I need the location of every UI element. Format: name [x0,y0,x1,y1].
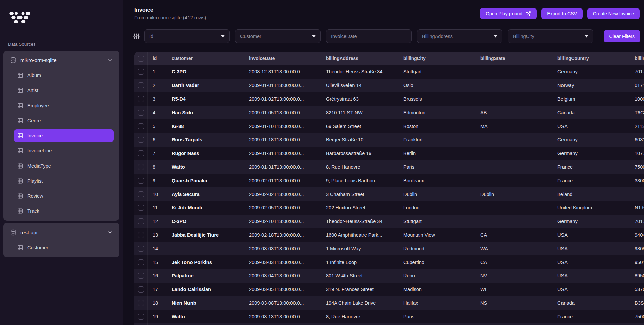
table-row[interactable]: 15Jek Tono Porkins2009-03-03T13:00:00.0.… [134,255,644,269]
table-row[interactable]: 16Palpatine2009-03-04T13:00:00.0...801 W… [134,269,644,283]
row-checkbox[interactable] [138,286,144,292]
table-row[interactable]: 13Jabba Desilijic Tiure2009-02-18T13:00:… [134,228,644,242]
export-to-csv-button[interactable]: Export to CSV [541,8,583,19]
row-checkbox[interactable] [138,123,144,129]
sidebar-item-playlist[interactable]: Playlist [14,175,114,187]
row-checkbox[interactable] [138,178,144,184]
sidebar-item-employee[interactable]: Employee [14,99,114,112]
filter-sliders-icon[interactable] [133,33,140,40]
cell-id: 1 [148,69,167,74]
table-row[interactable]: 18Nien Nunb2009-03-08T13:00:00.0...194A … [134,296,644,310]
cell-billingCity: Edmonton [398,110,475,115]
cell-billingCity: Stuttgart [398,69,475,74]
sidebar-item-mediatype[interactable]: MediaType [14,159,114,172]
filter-dropdown-id[interactable]: Id [144,29,230,43]
column-header-invoiceDate[interactable]: invoiceDate [244,56,321,61]
datasource-group-header[interactable]: rest-api [6,225,117,239]
cell-customer: R5-D4 [167,96,244,102]
table-row[interactable]: 2Darth Vader2009-01-01T13:00:00.0...Ulle… [134,79,644,92]
sidebar-item-review[interactable]: Review [14,190,114,202]
cell-id: 9 [148,178,167,183]
filter-dropdown-label: Customer [240,34,261,39]
cell-billingCity: Boston [398,124,475,129]
row-checkbox[interactable] [138,300,144,306]
row-checkbox[interactable] [138,259,144,265]
sidebar-item-label: Customer [27,245,48,250]
sidebar-item-invoiceline[interactable]: InvoiceLine [14,144,114,157]
cell-billingPostalCode: 0171 [630,83,644,88]
row-checkbox[interactable] [138,82,144,88]
column-header-billingPostalCode[interactable]: billingPostalCode [630,56,644,61]
row-checkbox[interactable] [138,191,144,197]
open-playground-button[interactable]: Open Playground [480,8,537,19]
table-row[interactable]: 9Quarsh Panaka2009-02-01T13:00:00.0...9,… [134,174,644,188]
row-checkbox[interactable] [138,273,144,279]
sidebar-item-artist[interactable]: Artist [14,84,114,97]
filter-input-invoicedate[interactable] [326,29,412,43]
filter-dropdown-customer[interactable]: Customer [235,29,321,43]
column-header-billingCity[interactable]: billingCity [398,56,475,61]
column-header-billingCountry[interactable]: billingCountry [552,56,630,61]
row-checkbox[interactable] [138,150,144,156]
cell-billingAddress: 801 W 4th Street [321,273,398,278]
filter-dropdown-billingaddress[interactable]: BillingAddress [417,29,502,43]
table-row[interactable]: 19Watto2009-03-13T13:00:00.0...8, Rue Ha… [134,310,644,324]
cell-id: 8 [148,164,167,170]
sidebar-item-album[interactable]: Album [14,69,114,82]
sidebar-item-label: Employee [27,103,49,108]
table-row[interactable]: 3R5-D42009-01-02T13:00:00.0...Grétrystra… [134,92,644,106]
table-icon [17,245,23,251]
table-row[interactable]: 8Watto2009-01-31T13:00:00.0...8, Rue Han… [134,160,644,174]
column-header-billingAddress[interactable]: billingAddress [321,56,398,61]
row-checkbox[interactable] [138,164,144,170]
table-row[interactable]: 142009-03-03T13:00:00.0...1 Microsoft Wa… [134,242,644,256]
cell-invoiceDate: 2009-03-03T13:00:00.0... [244,260,321,265]
cell-customer: C-3PO [167,219,244,224]
cell-invoiceDate: 2009-01-18T13:00:00.0... [244,137,321,142]
table-icon [17,178,23,184]
filter-dropdown-billingcity[interactable]: BillingCity [508,29,593,43]
cell-customer: Jek Tono Porkins [167,260,244,265]
row-checkbox[interactable] [138,137,144,143]
row-checkbox[interactable] [138,314,144,320]
table-row[interactable]: 1C-3PO2008-12-31T13:00:00.0...Theodor-He… [134,65,644,79]
table-row[interactable]: 6Roos Tarpals2009-01-18T13:00:00.0...Ber… [134,133,644,147]
clear-filters-button[interactable]: Clear Filters [604,30,640,42]
sidebar-item-genre[interactable]: Genre [14,114,114,127]
table-row[interactable]: 17Lando Calrissian2009-03-05T13:00:00.0.… [134,283,644,297]
sidebar-item-invoice[interactable]: Invoice [14,129,114,142]
column-header-id[interactable]: id [148,56,167,61]
select-all-checkbox[interactable] [138,56,144,62]
row-checkbox[interactable] [138,96,144,102]
sidebar-item-customer[interactable]: Customer [14,241,114,254]
table-row[interactable]: 7Rugor Nass2009-01-31T13:00:00.0...Barba… [134,147,644,160]
cell-invoiceDate: 2008-12-31T13:00:00.0... [244,69,321,74]
table-row[interactable]: 5IG-882009-01-10T13:00:00.0...69 Salem S… [134,119,644,133]
table-row[interactable]: 10Ayla Secura2009-02-02T13:00:00.0...3 C… [134,187,644,201]
cell-billingPostalCode: 70174 [630,219,644,224]
table-row[interactable]: 11Ki-Adi-Mundi2009-02-05T13:00:00.0...20… [134,201,644,215]
datasource-name: rest-api [20,230,37,235]
datasource-group-header[interactable]: mikro-orm-sqlite [6,53,117,67]
row-checkbox[interactable] [138,232,144,238]
row-checkbox[interactable] [138,205,144,211]
cell-invoiceDate: 2009-01-01T13:00:00.0... [244,83,321,88]
row-checkbox[interactable] [138,110,144,116]
column-header-billingState[interactable]: billingState [475,56,552,61]
row-checkbox[interactable] [138,218,144,224]
table-row[interactable]: 12C-3PO2009-02-10T13:00:00.0...Theodor-H… [134,215,644,229]
table-icon [17,72,23,78]
table-row[interactable]: 4Han Solo2009-01-05T13:00:00.0...8210 11… [134,106,644,120]
create-new-invoice-button[interactable]: Create New Invoice [587,8,640,19]
table-header-row: idcustomerinvoiceDatebillingAddressbilli… [134,52,644,65]
column-header-customer[interactable]: customer [167,56,244,61]
sidebar-item-track[interactable]: Track [14,205,114,217]
sidebar-item-label: Artist [27,88,38,93]
row-checkbox[interactable] [138,246,144,252]
row-checkbox[interactable] [138,69,144,75]
cell-billingState: CA [475,232,552,238]
cell-id: 19 [148,314,167,319]
table-icon [17,193,23,199]
datasource-groups: mikro-orm-sqliteAlbumArtistEmployeeGenre… [0,51,123,257]
cell-billingState: NV [475,273,552,278]
